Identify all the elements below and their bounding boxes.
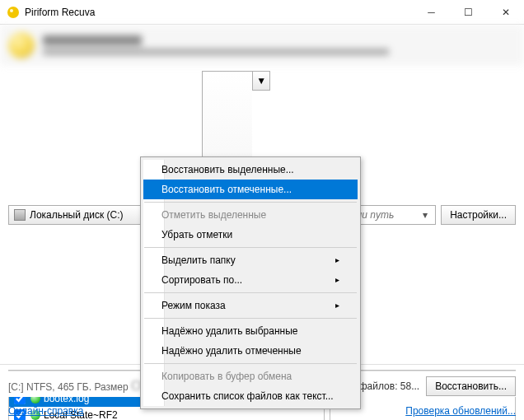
window-title: Piriform Recuva	[25, 7, 413, 18]
help-link[interactable]: Онлайн-справка	[8, 405, 83, 417]
menu-copy-clipboard: Копировать в буфер обмена	[143, 366, 358, 386]
maximize-button[interactable]: ☐	[450, 0, 487, 24]
recover-button[interactable]: Восстановить...	[426, 376, 516, 396]
menu-check-highlighted: Отметить выделенные	[143, 205, 358, 225]
menu-view-mode[interactable]: Режим показа	[143, 296, 358, 315]
context-menu: Восстановить выделенные... Восстановить …	[140, 156, 361, 409]
settings-button[interactable]: Настройки...	[441, 205, 516, 225]
analyze-dropdown[interactable]: ▼	[252, 71, 270, 91]
chevron-down-icon[interactable]: ▾	[420, 209, 430, 221]
svg-point-0	[7, 7, 19, 18]
menu-highlight-folder[interactable]: Выделить папку	[143, 250, 358, 270]
banner-icon	[8, 32, 35, 58]
menu-recover-highlighted[interactable]: Восстановить выделенные...	[143, 160, 358, 180]
titlebar: Piriform Recuva ─ ☐ ✕	[0, 0, 524, 25]
drive-icon	[14, 209, 26, 221]
minimize-button[interactable]: ─	[413, 0, 450, 24]
updates-link[interactable]: Проверка обновлений...	[405, 405, 516, 417]
menu-secure-delete-selected[interactable]: Надёжно удалить выбранные	[143, 321, 358, 341]
menu-secure-delete-checked[interactable]: Надёжно удалить отмеченные	[143, 341, 358, 361]
menu-sort-by[interactable]: Сортировать по...	[143, 270, 358, 290]
status-found: файлов: 58...	[359, 380, 419, 392]
menu-save-list[interactable]: Сохранить список файлов как текст...	[143, 386, 358, 406]
menu-uncheck[interactable]: Убрать отметки	[143, 225, 358, 245]
banner	[0, 25, 524, 66]
close-button[interactable]: ✕	[487, 0, 524, 24]
svg-point-1	[10, 9, 13, 12]
menu-recover-checked[interactable]: Восстановить отмеченные...	[143, 180, 358, 199]
app-icon	[7, 6, 20, 19]
